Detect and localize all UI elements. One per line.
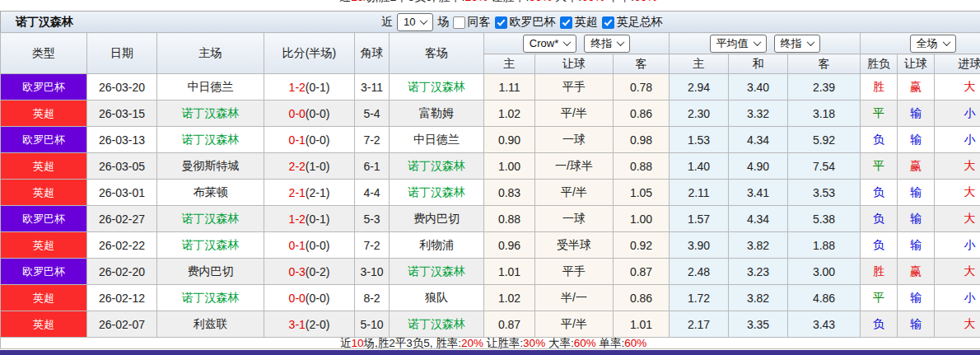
away-team: 费内巴切 [390,206,484,232]
fulltime-score: 1-2 [289,213,306,226]
avg-draw: 3.82 [729,285,788,311]
win-draw-loss-result: 平 [861,285,898,311]
avg-home: 2.11 [670,180,729,206]
checkbox-icon[interactable] [602,16,614,29]
average-select[interactable]: 平均值 [710,35,767,53]
table-row[interactable]: 欧罗巴杯 26-03-13 诺丁汉森林 0-1(0-0) 7-2 中日德兰 0.… [1,127,980,153]
goals-over-under-result: 大 [935,153,980,180]
filter-item[interactable]: 英超 [560,15,597,30]
filter-item[interactable]: 欧罗巴杯 [495,15,555,30]
home-team: 费内巴切 [157,259,264,285]
goals-over-under-result: 小 [935,127,980,153]
chevron-down-icon [942,38,950,46]
avg-home: 3.90 [670,232,729,259]
odds-home: 0.88 [484,206,535,232]
halftime-score: (0-2) [306,265,330,278]
match-history-table: 类型 日期 主场 比分(半场) 角球 客场 Crow* 终指 [0,32,980,349]
chevron-down-icon [806,38,814,46]
win-draw-loss-result: 负 [861,127,898,153]
match-date: 26-02-07 [87,311,157,338]
away-team: 诺丁汉森林 [390,153,484,180]
odds-time-select[interactable]: 终指 [584,35,630,53]
table-row[interactable]: 欧罗巴杯 26-02-20 费内巴切 0-3(0-2) 3-10 诺丁汉森林 1… [1,259,980,285]
filter-item[interactable]: 同客 [453,15,490,30]
competition-badge: 欧罗巴杯 [1,259,87,285]
avg-draw: 3.32 [729,100,788,127]
avg-away: 7.54 [788,153,861,180]
goals-over-under-result: 大 [935,259,980,285]
score-cell: 0-3(0-2) [264,259,355,285]
score-cell: 2-1(2-1) [264,180,355,206]
away-team: 狼队 [390,285,484,311]
recent-games-select[interactable]: 10 [397,13,433,31]
score-cell: 2-2(1-0) [264,153,355,180]
odds-home: 0.90 [484,127,535,153]
table-row[interactable]: 英超 26-02-22 诺丁汉森林 0-1(0-0) 7-2 利物浦 0.96 … [1,232,980,259]
chevron-down-icon [617,38,625,46]
avg-away: 3.00 [788,259,861,285]
competition-badge: 欧罗巴杯 [1,127,87,153]
corner-count: 5-4 [355,100,390,127]
home-team: 诺丁汉森林 [157,206,264,232]
match-date: 26-03-15 [87,100,157,127]
col-header-avg-draw: 和 [729,54,788,74]
fulltime-score: 0-0 [289,292,306,305]
odds-group-header: Crow* 终指 [484,33,670,54]
table-row[interactable]: 英超 26-03-05 曼彻斯特城 2-2(1-0) 6-1 诺丁汉森林 1.0… [1,153,980,180]
scope-select[interactable]: 全场 [910,35,956,53]
odds-handicap: 一/球半 [535,153,614,180]
competition-badge: 英超 [1,311,87,338]
col-header-result: 胜负 [861,54,898,74]
checkbox-icon[interactable] [453,16,465,29]
corner-count: 4-4 [355,180,390,206]
average-time-value: 终指 [781,36,802,50]
score-cell: 0-0(0-0) [264,100,355,127]
handicap-result: 赢 [898,74,935,100]
corner-count: 7-2 [355,232,390,259]
col-header-date: 日期 [87,33,157,74]
average-time-select[interactable]: 终指 [774,35,820,53]
filter-item[interactable]: 英足总杯 [602,15,662,30]
home-team: 诺丁汉森林 [157,285,264,311]
filter-label: 英足总杯 [616,15,662,30]
home-team: 诺丁汉森林 [157,127,264,153]
away-team: 诺丁汉森林 [390,259,484,285]
table-row[interactable]: 英超 26-02-12 诺丁汉森林 0-0(0-0) 8-2 狼队 1.02 半… [1,285,980,311]
avg-draw: 4.34 [729,206,788,232]
table-row[interactable]: 英超 26-03-15 诺丁汉森林 0-0(0-0) 5-4 富勒姆 1.02 … [1,100,980,127]
table-row[interactable]: 英超 26-03-01 布莱顿 2-1(2-1) 4-4 诺丁汉森林 0.83 … [1,180,980,206]
avg-home: 2.30 [670,100,729,127]
avg-home: 2.48 [670,259,729,285]
recent-label: 近 [381,15,393,30]
odds-home: 1.11 [484,74,535,100]
col-header-handicap-result: 让球 [898,54,935,74]
chevron-down-icon [753,38,761,46]
odds-source-select[interactable]: Crow* [523,35,576,53]
table-row[interactable]: 欧罗巴杯 26-02-27 诺丁汉森林 1-2(0-1) 5-3 费内巴切 0.… [1,206,980,232]
match-date: 26-02-12 [87,285,157,311]
home-team: 诺丁汉森林 [157,100,264,127]
match-date: 26-03-05 [87,153,157,180]
col-header-type: 类型 [1,33,87,74]
odds-away: 0.78 [614,74,670,100]
average-value: 平均值 [716,36,749,50]
summary-text: 近10场,胜2平3负5, 胜率:20% 让胜率:30% 大率:60% 单率:60… [1,338,980,348]
avg-draw: 4.90 [729,153,788,180]
fulltime-score: 1-2 [289,81,306,94]
corner-count: 7-2 [355,127,390,153]
handicap-result: 输 [898,311,935,338]
avg-draw: 4.34 [729,127,788,153]
avg-draw: 3.82 [729,232,788,259]
win-draw-loss-result: 平 [861,153,898,180]
table-row[interactable]: 欧罗巴杯 26-03-20 中日德兰 1-2(0-1) 3-11 诺丁汉森林 1… [1,74,980,100]
avg-home: 2.94 [670,74,729,100]
col-header-odds-handicap: 让球 [535,54,614,74]
halftime-score: (0-0) [306,292,330,305]
checkbox-icon[interactable] [495,16,507,29]
team-name-title: 诺丁汉森林 [16,15,73,30]
checkbox-icon[interactable] [560,16,572,29]
filter-label: 英超 [574,15,597,30]
fulltime-score: 0-3 [289,265,306,278]
away-team: 利物浦 [390,232,484,259]
table-row[interactable]: 英超 26-02-07 利兹联 3-1(2-0) 5-10 诺丁汉森林 0.87… [1,311,980,338]
